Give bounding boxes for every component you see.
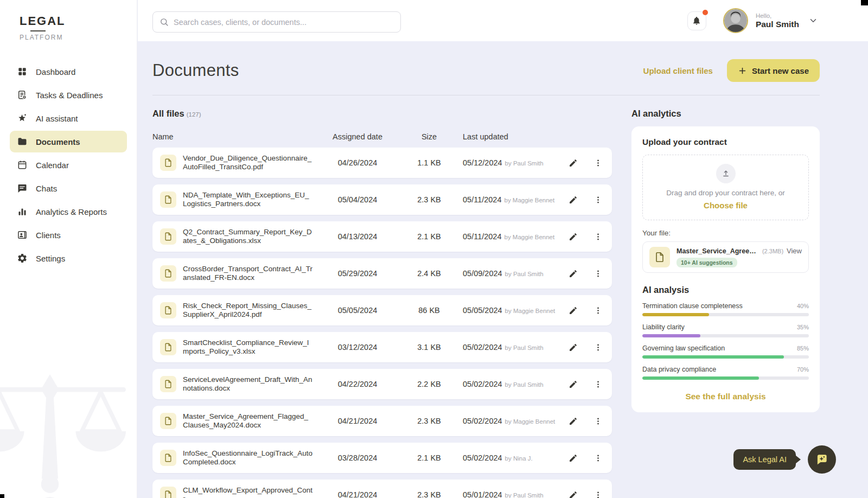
file-last-updated: 05/01/2024by Paul Smith	[463, 490, 560, 498]
kebab-menu-icon	[593, 380, 603, 389]
file-more-menu-button[interactable]	[591, 156, 604, 169]
file-more-menu-button[interactable]	[591, 193, 604, 206]
kebab-menu-icon	[593, 195, 603, 205]
dashboard-grid-icon	[17, 66, 28, 77]
column-size: Size	[402, 132, 456, 141]
file-row[interactable]: Vendor_Due_Diligence_Questionnaire_AutoF…	[152, 148, 612, 178]
metric-percent: 85%	[797, 345, 809, 352]
notifications-button[interactable]	[687, 11, 706, 30]
file-row[interactable]: SmartChecklist_Compliance_Review_Imports…	[152, 332, 612, 362]
file-more-menu-button[interactable]	[591, 414, 604, 427]
file-assigned-date: 05/05/2024	[320, 306, 395, 315]
all-files-title: All files(127)	[152, 108, 612, 119]
search-icon	[159, 17, 169, 27]
edit-file-button[interactable]	[566, 193, 579, 206]
file-document-icon	[160, 339, 176, 355]
file-row[interactable]: ServiceLevelAgreement_Draft_With_Annotat…	[152, 369, 612, 399]
uploaded-file-card[interactable]: Master_Service_Agreement_Flagged_... (2.…	[642, 241, 809, 273]
file-row[interactable]: Q2_Contract_Summary_Report_Key_Dates_&_O…	[152, 221, 612, 252]
sidebar-item-chats[interactable]: Chats	[10, 177, 127, 199]
user-menu-toggle[interactable]	[808, 16, 818, 25]
sidebar-item-calendar[interactable]: Calendar	[10, 154, 127, 176]
start-new-case-button[interactable]: Start new case	[727, 59, 820, 82]
brand-subtitle: PLATFORM	[20, 34, 137, 41]
file-more-menu-button[interactable]	[591, 267, 604, 280]
file-last-updated: 05/11/2024by Maggie Bennet	[463, 195, 560, 204]
upload-client-files-link[interactable]: Upload client files	[643, 66, 713, 75]
file-more-menu-button[interactable]	[591, 488, 604, 498]
sidebar-item-dashboard[interactable]: Dashboard	[10, 61, 127, 82]
edit-file-button[interactable]	[566, 488, 579, 498]
file-assigned-date: 04/21/2024	[320, 490, 395, 498]
file-assigned-date: 04/26/2024	[320, 158, 395, 167]
file-row[interactable]: Risk_Check_Report_Missing_Clauses_Suppli…	[152, 295, 612, 325]
files-section: All files(127) Name Assigned date Size L…	[152, 108, 612, 498]
sidebar: LEGAL PLATFORM Dashboard Tasks & Deadlin…	[0, 0, 137, 498]
sidebar-item-analytics-reports[interactable]: Analytics & Reports	[10, 201, 127, 222]
edit-file-button[interactable]	[566, 230, 579, 243]
file-name: ServiceLevelAgreement_Draft_With_Annotat…	[183, 375, 313, 393]
sidebar-item-ai-assistant[interactable]: AI assistant	[10, 107, 127, 129]
header-divider	[152, 95, 820, 95]
files-table-header: Name Assigned date Size Last updated	[152, 132, 612, 141]
file-more-menu-button[interactable]	[591, 378, 604, 391]
calendar-icon	[17, 159, 28, 170]
avatar[interactable]	[723, 8, 748, 33]
kebab-menu-icon	[593, 158, 603, 168]
file-more-menu-button[interactable]	[591, 341, 604, 354]
file-more-menu-button[interactable]	[591, 304, 604, 317]
file-row[interactable]: NDA_Template_With_Exceptions_EU_Logistic…	[152, 184, 612, 215]
file-document-icon	[649, 247, 670, 267]
file-size: 2.2 KB	[402, 380, 456, 388]
edit-file-button[interactable]	[566, 414, 579, 427]
ask-legal-ai-button[interactable]	[808, 445, 836, 474]
sidebar-item-documents[interactable]: Documents	[10, 131, 127, 152]
file-name: InfoSec_Questionnaire_LogiTrack_AutoComp…	[183, 449, 313, 467]
settings-gear-icon	[17, 253, 28, 264]
edit-file-button[interactable]	[566, 267, 579, 280]
file-document-icon	[160, 487, 176, 498]
file-row[interactable]: CLM_Workflow_Export_Approved_Contr 04/21…	[152, 480, 612, 498]
file-document-icon	[160, 191, 176, 208]
choose-file-link[interactable]: Choose file	[648, 201, 803, 210]
edit-file-button[interactable]	[566, 304, 579, 317]
view-file-link[interactable]: View	[787, 247, 802, 255]
metric-percent: 35%	[797, 324, 809, 330]
pencil-icon	[569, 232, 578, 241]
edit-file-button[interactable]	[566, 378, 579, 391]
kebab-menu-icon	[593, 343, 603, 352]
main-content: Documents Upload client files Start new …	[138, 41, 868, 498]
contract-dropzone[interactable]: Drag and drop your contract here, or Cho…	[642, 155, 809, 220]
dropzone-text: Drag and drop your contract here, or	[648, 189, 803, 197]
ask-legal-ai-tooltip[interactable]: Ask Legal AI	[733, 449, 796, 470]
file-updated-by: by Paul Smith	[505, 381, 544, 388]
scales-of-justice-watermark	[0, 369, 131, 498]
edit-file-button[interactable]	[566, 156, 579, 169]
sidebar-item-clients[interactable]: Clients	[10, 224, 127, 246]
edit-file-button[interactable]	[566, 451, 579, 464]
file-updated-by: by Maggie Bennet	[505, 418, 556, 425]
file-row[interactable]: InfoSec_Questionnaire_LogiTrack_AutoComp…	[152, 443, 612, 473]
brand-divider	[30, 30, 46, 31]
file-updated-by: by Maggie Bennet	[505, 308, 556, 314]
file-row[interactable]: Master_Service_Agreement_Flagged_Clauses…	[152, 406, 612, 436]
ai-analysis-metrics: Termination clause completeness 40% Liab…	[642, 302, 809, 380]
file-size: 3.1 KB	[402, 343, 456, 352]
sidebar-item-settings[interactable]: Settings	[10, 247, 127, 269]
files-count: (127)	[187, 111, 201, 118]
sidebar-item-tasks-deadlines[interactable]: Tasks & Deadlines	[10, 84, 127, 106]
pencil-icon	[569, 490, 578, 498]
file-assigned-date: 04/21/2024	[320, 417, 395, 425]
metric-progress-track	[642, 376, 809, 380]
file-size: 1.1 KB	[402, 158, 456, 167]
file-row[interactable]: CrossBorder_Transport_Contract_AI_Transl…	[152, 258, 612, 289]
file-size: 2.3 KB	[402, 195, 456, 204]
file-assigned-date: 03/12/2024	[320, 343, 395, 352]
ask-legal-ai: Ask Legal AI	[733, 445, 836, 474]
clients-icon	[17, 229, 28, 240]
file-more-menu-button[interactable]	[591, 451, 604, 464]
see-full-analysis-link[interactable]: See the full analysis	[642, 392, 809, 401]
edit-file-button[interactable]	[566, 341, 579, 354]
search-input[interactable]	[174, 18, 394, 27]
file-more-menu-button[interactable]	[591, 230, 604, 243]
